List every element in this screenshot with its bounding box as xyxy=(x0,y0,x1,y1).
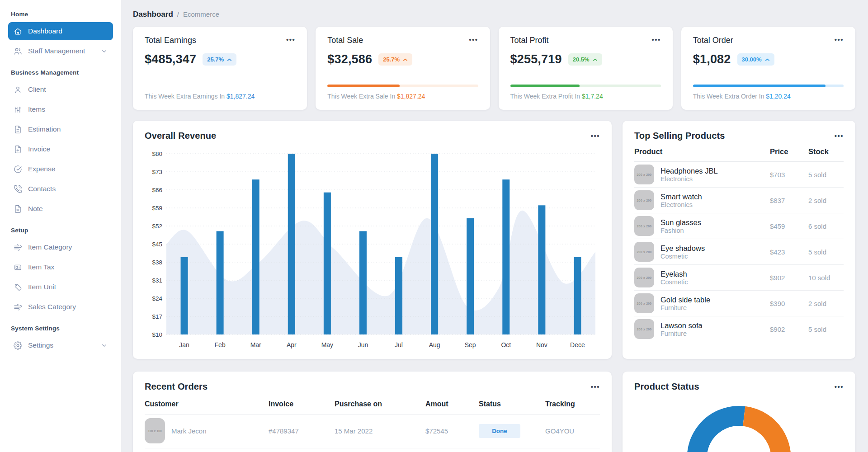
ellipsis-menu-icon[interactable] xyxy=(591,132,600,140)
users-icon xyxy=(14,47,22,56)
product-cell: 200 x 200Eye shadowsCosmetic xyxy=(634,242,770,262)
product-stock: 5 sold xyxy=(808,248,844,256)
stat-card-total-order: Total Order$1,08230.00%This Week Extra O… xyxy=(681,27,855,110)
revenue-bar-nov[interactable] xyxy=(538,205,545,334)
sidebar-item-item-tax[interactable]: Item Tax xyxy=(8,258,113,276)
table-row[interactable]: 200 x 200Eye shadowsCosmetic$4235 sold xyxy=(634,239,844,265)
product-category: Electronics xyxy=(660,201,702,208)
product-thumbnail: 200 x 200 xyxy=(634,190,654,210)
thumbnail-placeholder-label: 200 x 200 xyxy=(637,302,652,305)
table-row[interactable]: 200 x 200Smart watchElectronics$8372 sol… xyxy=(634,188,844,213)
check-circle-icon xyxy=(14,165,22,174)
sidebar-item-sales-category[interactable]: Sales Category xyxy=(8,298,113,316)
x-axis-tick-label: Aug xyxy=(429,341,440,348)
card-icon xyxy=(14,263,22,272)
sidebar-item-items[interactable]: Items xyxy=(8,100,113,118)
file-plus-icon xyxy=(14,145,22,154)
breadcrumb-page[interactable]: Ecommerce xyxy=(183,10,219,18)
sidebar-item-note[interactable]: Note xyxy=(8,200,113,218)
home-icon-wrap xyxy=(14,27,22,36)
stat-card-footer: This Week Extra Sale In $1,827.24 xyxy=(327,93,478,100)
chevron-up-icon xyxy=(227,58,232,61)
ellipsis-menu-icon[interactable] xyxy=(835,383,844,391)
product-stock: 2 sold xyxy=(808,197,844,204)
y-axis-tick-label: $38 xyxy=(152,259,162,266)
table-row[interactable]: 200 x 200Headphones JBLElectronics$7035 … xyxy=(634,162,844,188)
sidebar-item-estimation[interactable]: Estimation xyxy=(8,120,113,138)
revenue-bar-feb[interactable] xyxy=(217,231,224,334)
donut-orange-segment[interactable] xyxy=(744,416,781,452)
sidebar-item-item-category[interactable]: Item Category xyxy=(8,238,113,256)
phone-icon xyxy=(14,185,22,193)
revenue-bar-may[interactable] xyxy=(324,193,331,334)
table-row[interactable]: 200 x 200Sun glassesFashion$4596 sold xyxy=(634,213,844,239)
y-axis-tick-label: $80 xyxy=(152,151,162,157)
sidebar-item-expense[interactable]: Expense xyxy=(8,160,113,178)
column-purchase-on: Pusrchase on xyxy=(335,400,425,408)
column-invoice: Invoice xyxy=(269,400,335,408)
revenue-bar-sep[interactable] xyxy=(467,218,474,334)
sidebar-section-label: Home xyxy=(8,11,113,18)
table-row[interactable]: 100 x 100Mark Jecon#478934715 Mar 2022$7… xyxy=(145,414,600,448)
sidebar-item-item-unit[interactable]: Item Unit xyxy=(8,278,113,296)
y-axis-tick-label: $45 xyxy=(152,241,162,248)
sidebar-item-client[interactable]: Client xyxy=(8,80,113,99)
donut-blue-segment[interactable] xyxy=(697,416,744,452)
revenue-bar-jan[interactable] xyxy=(181,257,188,334)
tag-icon-wrap xyxy=(14,283,22,292)
order-purchase-date: 15 Mar 2022 xyxy=(335,427,425,435)
revenue-bar-jun[interactable] xyxy=(359,231,367,334)
document-icon-wrap xyxy=(14,205,22,213)
x-axis-tick-label: Jun xyxy=(358,341,368,348)
chevron-up-icon xyxy=(765,58,770,61)
tag-icon xyxy=(14,283,22,292)
footer-amount: $1,827.24 xyxy=(226,93,255,100)
sidebar-item-contacts[interactable]: Contacts xyxy=(8,180,113,198)
sidebar-nav: HomeDashboardStaff ManagementBusiness Ma… xyxy=(8,11,113,354)
x-axis-tick-label: May xyxy=(321,341,333,348)
product-name: Sun glasses xyxy=(660,218,701,227)
product-category: Fashion xyxy=(660,227,701,234)
ellipsis-menu-icon[interactable] xyxy=(591,383,600,391)
product-price: $390 xyxy=(770,300,808,307)
sidebar-item-staff-management[interactable]: Staff Management xyxy=(8,42,113,60)
table-row[interactable]: 200 x 200EyelashCosmetic$90210 sold xyxy=(634,265,844,291)
y-axis-tick-label: $31 xyxy=(152,277,162,284)
sidebar-item-label: Item Tax xyxy=(28,263,108,271)
ellipsis-menu-icon[interactable] xyxy=(469,36,478,44)
revenue-bar-jul[interactable] xyxy=(395,257,402,334)
sidebar-item-settings[interactable]: Settings xyxy=(8,336,113,354)
sidebar-item-label: Contacts xyxy=(28,185,108,193)
revenue-bar-dece[interactable] xyxy=(574,257,581,334)
product-category: Electronics xyxy=(660,175,718,183)
footer-amount: $1,7.24 xyxy=(582,93,603,100)
sidebar-item-dashboard[interactable]: Dashboard xyxy=(8,22,113,40)
product-price: $837 xyxy=(770,197,808,204)
card-icon-wrap xyxy=(14,263,22,272)
product-cell: 200 x 200Headphones JBLElectronics xyxy=(634,165,770,184)
wind-icon xyxy=(14,243,22,252)
percent-change-badge: 25.7% xyxy=(378,53,412,66)
ellipsis-menu-icon[interactable] xyxy=(286,36,295,44)
table-row[interactable]: 200 x 200Gold side tableFurniture$3902 s… xyxy=(634,291,844,316)
column-status: Status xyxy=(479,400,545,408)
overall-revenue-panel: Overall Revenue $80$73$66$59$52$45$38$31… xyxy=(133,121,612,359)
revenue-bar-oct[interactable] xyxy=(502,179,509,334)
revenue-bar-mar[interactable] xyxy=(252,179,259,334)
table-row[interactable]: 200 x 200Lawson sofaFurniture$9025 sold xyxy=(634,316,844,342)
revenue-bar-apr[interactable] xyxy=(288,154,295,334)
ellipsis-menu-icon[interactable] xyxy=(651,36,660,44)
column-price: Price xyxy=(770,147,808,156)
x-axis-tick-label: Jul xyxy=(395,341,403,348)
x-axis-tick-label: Jan xyxy=(179,341,189,348)
breadcrumb-current[interactable]: Dashboard xyxy=(133,10,173,19)
revenue-bar-aug[interactable] xyxy=(431,154,438,334)
thumbnail-placeholder-label: 100 x 100 xyxy=(148,429,162,433)
middle-row: Overall Revenue $80$73$66$59$52$45$38$31… xyxy=(133,121,855,359)
ellipsis-menu-icon[interactable] xyxy=(835,36,844,44)
ellipsis-menu-icon[interactable] xyxy=(835,132,844,140)
stat-card-value: $32,586 xyxy=(327,52,372,66)
sidebar-item-invoice[interactable]: Invoice xyxy=(8,140,113,158)
status-badge: Done xyxy=(479,424,520,438)
y-axis-tick-label: $24 xyxy=(152,295,162,302)
